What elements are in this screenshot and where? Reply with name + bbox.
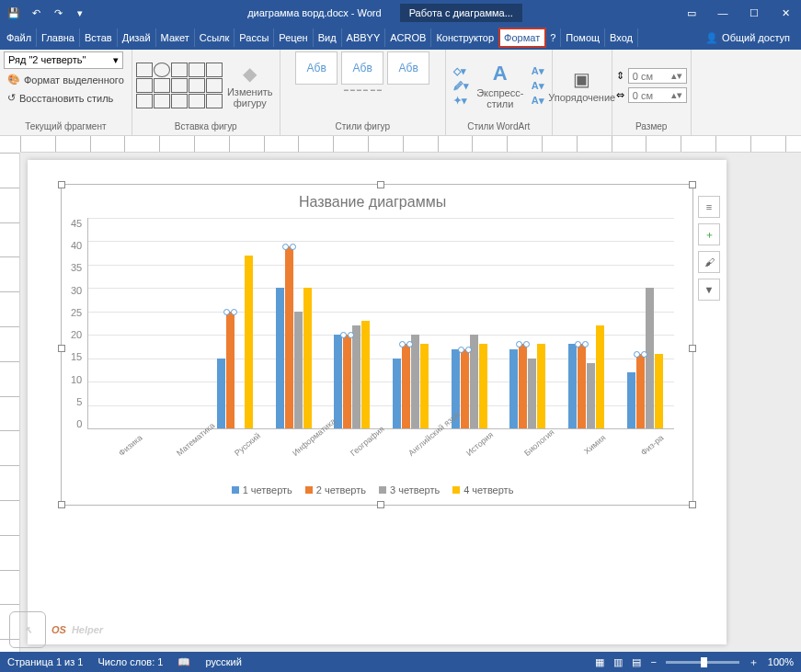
tab-ссылк[interactable]: Ссылк [195, 28, 235, 47]
tab-главна[interactable]: Главна [37, 28, 80, 47]
tab-вид[interactable]: Вид [314, 28, 342, 47]
tab-abbyy[interactable]: ABBYY [342, 28, 386, 47]
category-group[interactable] [158, 218, 194, 428]
undo-icon[interactable]: ↶ [26, 3, 46, 23]
bar[interactable] [655, 354, 663, 428]
tab-?[interactable]: ? [545, 28, 561, 47]
shapes-gallery[interactable] [136, 63, 223, 108]
read-mode-icon[interactable]: ▦ [595, 656, 604, 668]
tab-дизай[interactable]: Дизай [118, 28, 156, 47]
page-indicator[interactable]: Страница 1 из 1 [7, 656, 83, 667]
legend-item[interactable]: 3 четверть [379, 484, 440, 495]
bar[interactable] [303, 288, 312, 428]
zoom-slider[interactable] [666, 661, 739, 664]
bar[interactable] [226, 312, 235, 428]
selection-handle[interactable] [689, 501, 696, 508]
chart-title[interactable]: Название диаграммы [71, 194, 674, 211]
width-input[interactable]: 0 см▴▾ [628, 87, 687, 103]
style-preview[interactable]: Абв [341, 51, 383, 85]
tab-макет[interactable]: Макет [156, 28, 195, 47]
chart-layout-icon[interactable]: ≡ [698, 196, 720, 218]
maximize-icon[interactable]: ☐ [742, 3, 766, 23]
category-group[interactable] [568, 218, 604, 428]
arrange-button[interactable]: ▣ Упорядочение [556, 68, 608, 103]
bar[interactable] [636, 354, 645, 428]
height-input[interactable]: 0 см▴▾ [628, 68, 687, 84]
bar[interactable] [568, 344, 577, 428]
bar[interactable] [519, 344, 527, 428]
category-group[interactable] [393, 218, 429, 428]
vertical-ruler[interactable] [0, 153, 20, 652]
selection-handle[interactable] [377, 181, 384, 188]
selection-handle[interactable] [58, 181, 65, 188]
bar[interactable] [411, 335, 419, 428]
tab-вход[interactable]: Вход [605, 28, 638, 47]
bar[interactable] [285, 246, 293, 428]
chart-bars-area[interactable] [87, 218, 674, 429]
category-group[interactable] [627, 218, 663, 428]
qat-dropdown-icon[interactable]: ▾ [70, 3, 90, 23]
tab-рецен[interactable]: Рецен [274, 28, 313, 47]
selection-handle[interactable] [689, 345, 696, 352]
tab-формат[interactable]: Формат [499, 28, 545, 47]
minimize-icon[interactable]: — [711, 3, 735, 23]
category-group[interactable] [276, 218, 312, 428]
chart-legend[interactable]: 1 четверть2 четверть3 четверть4 четверть [71, 484, 674, 495]
selection-handle[interactable] [58, 501, 65, 508]
bar[interactable] [537, 344, 545, 428]
bar[interactable] [352, 325, 360, 428]
language-indicator[interactable]: русский [205, 656, 241, 667]
close-icon[interactable]: ✕ [773, 3, 797, 23]
zoom-level[interactable]: 100% [768, 656, 794, 667]
bar[interactable] [587, 363, 595, 428]
bar[interactable] [361, 321, 370, 428]
bar[interactable] [276, 288, 284, 428]
tab-file[interactable]: Файл [2, 28, 37, 47]
bar[interactable] [420, 344, 429, 428]
chart-plot-area[interactable]: 454035302520151050 [71, 218, 674, 429]
category-group[interactable] [217, 218, 253, 428]
tab-рассы[interactable]: Рассы [235, 28, 274, 47]
category-group[interactable] [334, 218, 370, 428]
horizontal-ruler[interactable] [20, 136, 801, 153]
document-page[interactable]: ≡ ＋ 🖌 ▼ Название диаграммы 4540353025201… [28, 160, 727, 644]
reset-style-button[interactable]: ↺ Восстановить стиль [4, 90, 117, 106]
style-preview[interactable]: Абв [387, 51, 429, 85]
category-group[interactable] [509, 218, 545, 428]
legend-item[interactable]: 2 четверть [305, 484, 366, 495]
tab-конструктор[interactable]: Конструктор [431, 28, 499, 47]
bar[interactable] [578, 344, 586, 428]
spellcheck-icon[interactable]: 📖 [177, 656, 190, 668]
bar[interactable] [402, 344, 410, 428]
edit-shape-button[interactable]: ◆ Изменить фигуру [224, 63, 276, 108]
chart-add-element-icon[interactable]: ＋ [698, 223, 720, 245]
bar[interactable] [509, 349, 518, 429]
bar[interactable] [479, 344, 487, 428]
save-icon[interactable]: 💾 [4, 3, 24, 23]
bar[interactable] [334, 335, 342, 428]
bar[interactable] [627, 372, 635, 428]
bar[interactable] [393, 359, 401, 428]
format-selection-button[interactable]: 🎨 Формат выделенного [4, 72, 128, 87]
share-button[interactable]: 👤 Общий доступ [696, 28, 799, 48]
tab-помощ[interactable]: Помощ [561, 28, 605, 47]
bar[interactable] [217, 359, 225, 428]
legend-item[interactable]: 4 четверть [452, 484, 513, 495]
bar[interactable] [596, 325, 604, 428]
tab-acrob[interactable]: ACROB [385, 28, 431, 47]
selection-handle[interactable] [58, 345, 65, 352]
shape-styles-gallery[interactable]: Абв Абв Абв [295, 51, 429, 85]
chart-style-icon[interactable]: 🖌 [698, 251, 720, 273]
bar[interactable] [528, 359, 536, 428]
selection-handle[interactable] [377, 501, 384, 508]
chart-object[interactable]: ≡ ＋ 🖌 ▼ Название диаграммы 4540353025201… [61, 184, 693, 506]
redo-icon[interactable]: ↷ [48, 3, 68, 23]
style-preview[interactable]: Абв [295, 51, 338, 85]
web-layout-icon[interactable]: ▤ [632, 656, 641, 668]
tab-встав[interactable]: Встав [80, 28, 118, 47]
bar[interactable] [343, 335, 351, 428]
print-layout-icon[interactable]: ▥ [613, 656, 623, 668]
category-group[interactable] [100, 218, 136, 428]
express-styles-button[interactable]: A Экспресс-стили [475, 62, 526, 109]
zoom-in-icon[interactable]: ＋ [749, 655, 759, 669]
